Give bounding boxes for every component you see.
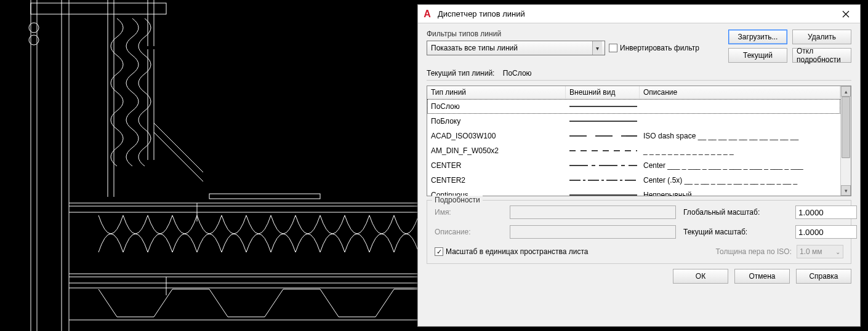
linetype-description: ISO dash space __ __ __ __ __ __ __ __ _… (640, 130, 840, 142)
window-title: Диспетчер типов линий (438, 9, 832, 18)
description-field (510, 225, 676, 239)
global-scale-label: Глобальный масштаб: (683, 208, 788, 217)
svg-point-11 (29, 23, 39, 33)
ok-button[interactable]: ОК (673, 269, 728, 284)
linetype-preview (566, 144, 640, 158)
paperspace-scale-label: Масштаб в единицах пространства листа (446, 247, 589, 256)
linetypes-listbox: Тип линий Внешний вид Описание ПоСлою По… (427, 86, 851, 196)
linetype-row[interactable]: ACAD_ISO03W100 ISO dash space __ __ __ _… (427, 129, 840, 143)
cad-drawing-area (0, 0, 419, 331)
svg-line-14 (154, 132, 203, 181)
checkbox-box: ✓ (435, 247, 443, 256)
linetype-name: ПоБлоку (427, 115, 566, 127)
invert-filter-label: Инвертировать фильтр (620, 44, 699, 52)
current-scale-field[interactable] (795, 225, 857, 239)
linetype-preview (566, 114, 640, 128)
svg-point-12 (29, 35, 39, 45)
linetype-row[interactable]: ПоБлоку (427, 114, 840, 129)
linetype-preview (566, 129, 640, 143)
col-header-description[interactable]: Описание (640, 86, 840, 99)
linetype-row[interactable]: CENTER Center ___ _ ___ _ ___ _ ___ _ __… (427, 158, 840, 173)
col-header-appearance[interactable]: Внешний вид (566, 86, 640, 99)
load-button[interactable]: Загрузить... (728, 30, 787, 44)
linetype-description: Непрерывный (640, 189, 840, 196)
linetype-name: ACAD_ISO03W100 (427, 130, 566, 142)
close-icon (842, 10, 850, 18)
linetype-manager-dialog: A Диспетчер типов линий Фильтры типов ли… (417, 4, 861, 327)
linetype-description: Center (.5x) __ _ __ _ __ _ __ _ __ _ __… (640, 174, 840, 186)
linetype-row[interactable]: ПоСлою (427, 99, 840, 114)
svg-line-13 (154, 123, 203, 172)
details-legend: Подробности (432, 196, 483, 204)
linetype-name: CENTER2 (427, 174, 566, 186)
filters-group: Фильтры типов линий Показать все типы ли… (427, 30, 722, 55)
linetype-description (640, 119, 840, 123)
linetype-preview (566, 100, 640, 113)
help-button[interactable]: Справка (796, 269, 851, 284)
linetype-row[interactable]: CENTER2 Center (.5x) __ _ __ _ __ _ __ _… (427, 173, 840, 188)
list-header: Тип линий Внешний вид Описание (427, 86, 840, 99)
chevron-down-icon: ⌄ (833, 249, 840, 255)
linetype-preview (566, 188, 640, 196)
linetype-name: ПоСлою (427, 100, 566, 113)
list-vertical-scrollbar[interactable]: ▴ ▾ (840, 86, 851, 196)
linetype-preview (566, 159, 640, 172)
scroll-down-button[interactable]: ▾ (841, 185, 851, 196)
filters-dropdown-text: Показать все типы линий (431, 44, 592, 52)
current-scale-label: Текущий масштаб: (683, 228, 788, 236)
current-linetype-label: Текущий тип линий: ПоСлою (427, 68, 851, 81)
details-group: Подробности Имя: Глобальный масштаб: Опи… (427, 200, 851, 264)
scroll-thumb[interactable] (842, 97, 850, 158)
toggle-details-button[interactable]: Откл подробности (792, 48, 851, 63)
svg-rect-18 (209, 194, 320, 199)
scroll-up-button[interactable]: ▴ (841, 86, 851, 97)
linetype-preview (566, 173, 640, 187)
iso-pen-label: Толщина пера по ISO: (716, 247, 792, 256)
iso-pen-select: 1.0 мм ⌄ (797, 245, 843, 258)
close-button[interactable] (832, 5, 860, 23)
checkbox-box (609, 44, 617, 52)
linetype-description: _ _ _ _ _ _ _ _ _ _ _ _ _ _ _ (640, 145, 840, 157)
description-label: Описание: (435, 228, 502, 236)
linetype-description: Center ___ _ ___ _ ___ _ ___ _ ___ _ ___… (640, 159, 840, 172)
cancel-button[interactable]: Отмена (734, 269, 790, 284)
linetype-description (640, 105, 840, 108)
chevron-down-icon: ▾ (592, 41, 602, 55)
filters-dropdown[interactable]: Показать все типы линий ▾ (427, 41, 605, 55)
linetype-name: CENTER (427, 159, 566, 172)
name-label: Имя: (435, 208, 502, 217)
invert-filter-checkbox[interactable]: Инвертировать фильтр (609, 44, 699, 52)
set-current-button[interactable]: Текущий (728, 48, 787, 63)
filters-group-label: Фильтры типов линий (427, 30, 722, 38)
linetype-row[interactable]: AM_DIN_F_W050x2 _ _ _ _ _ _ _ _ _ _ _ _ … (427, 143, 840, 158)
app-icon: A (422, 9, 433, 20)
linetype-row[interactable]: Continuous Непрерывный (427, 188, 840, 196)
linetype-name: Continuous (427, 189, 566, 196)
svg-rect-10 (31, 3, 166, 14)
col-header-name[interactable]: Тип линий (427, 86, 566, 99)
titlebar: A Диспетчер типов линий (418, 5, 860, 23)
name-field (510, 205, 676, 219)
linetype-name: AM_DIN_F_W050x2 (427, 145, 566, 157)
scroll-track[interactable] (841, 97, 851, 185)
delete-button[interactable]: Удалить (792, 30, 851, 44)
global-scale-field[interactable] (795, 205, 857, 219)
paperspace-scale-checkbox[interactable]: ✓ Масштаб в единицах пространства листа (435, 247, 589, 256)
